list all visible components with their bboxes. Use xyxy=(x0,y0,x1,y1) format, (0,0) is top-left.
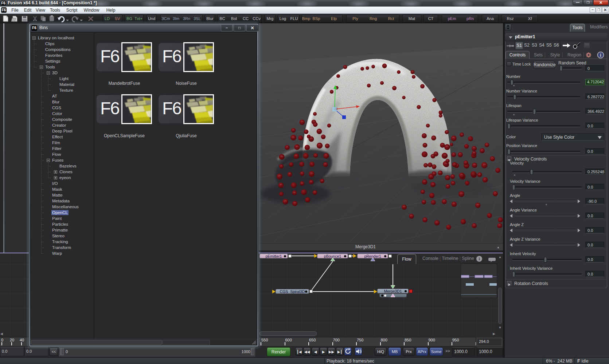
svg-text:i: i xyxy=(479,257,480,261)
